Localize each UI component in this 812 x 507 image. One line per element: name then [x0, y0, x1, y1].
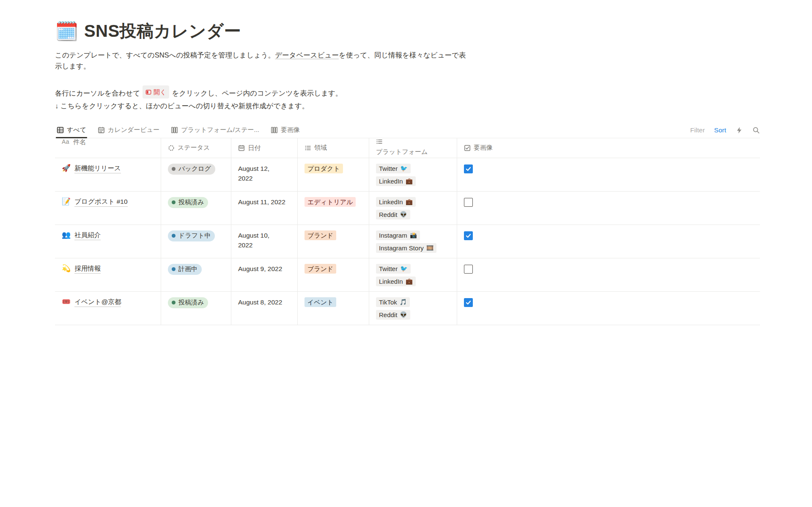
- platform-cell[interactable]: Twitter🐦 LinkedIn💼: [369, 158, 457, 191]
- title-cell[interactable]: 🎟️ イベント@京都: [55, 292, 161, 325]
- status-cell[interactable]: 投稿済み: [161, 292, 231, 325]
- platform-tag[interactable]: Twitter🐦: [376, 264, 411, 274]
- status-pill[interactable]: 計画中: [168, 264, 202, 275]
- bolt-icon[interactable]: [735, 126, 743, 134]
- platform-cell[interactable]: TikTok🎵 Reddit👽: [369, 292, 457, 325]
- image-required-checkbox[interactable]: [464, 164, 473, 173]
- row-title-link[interactable]: 社員紹介: [74, 230, 101, 240]
- tab-platform-status-view[interactable]: プラットフォーム/ステー...: [171, 123, 259, 138]
- date-cell[interactable]: August 12, 2022: [231, 158, 298, 191]
- intro-paragraph: このテンプレートで、すべてのSNSへの投稿予定を管理しましょう。データベースビュ…: [55, 49, 472, 71]
- platform-emoji: 🎞️: [426, 244, 433, 252]
- column-header-area[interactable]: 領域: [298, 138, 369, 158]
- search-icon[interactable]: [752, 126, 760, 134]
- row-title-link[interactable]: 採用情報: [74, 264, 101, 274]
- platform-emoji: 👽: [400, 310, 407, 319]
- platform-tag[interactable]: Reddit👽: [376, 310, 410, 320]
- page-icon[interactable]: 🗓️: [55, 22, 78, 41]
- status-pill[interactable]: ドラフト中: [168, 230, 215, 241]
- status-pill[interactable]: 投稿済み: [168, 297, 208, 308]
- status-cell[interactable]: 投稿済み: [161, 192, 231, 225]
- status-pill[interactable]: バックログ: [168, 164, 215, 175]
- view-toolbar: すべて カレンダービュー プラットフォーム/ステー... 要画像 Filter …: [55, 123, 760, 138]
- title-cell[interactable]: 👥 社員紹介: [55, 225, 161, 258]
- image-required-checkbox[interactable]: [464, 265, 473, 274]
- platform-cell[interactable]: Twitter🐦 LinkedIn💼: [369, 258, 457, 291]
- column-label: 要画像: [474, 144, 493, 152]
- area-cell[interactable]: ブランド: [298, 225, 369, 258]
- area-cell[interactable]: プロダクト: [298, 158, 369, 191]
- platform-label: LinkedIn: [379, 197, 403, 206]
- platform-emoji: 🐦: [400, 164, 407, 173]
- tab-all[interactable]: すべて: [57, 123, 86, 138]
- title-cell[interactable]: 🚀 新機能リリース: [55, 158, 161, 191]
- hint-views-line: ↓ こちらをクリックすると、ほかのビューへの切り替えや新規作成ができます。: [55, 100, 812, 112]
- date-cell[interactable]: August 9, 2022: [231, 258, 298, 291]
- database-view-link[interactable]: データベースビュー: [275, 51, 339, 59]
- date-cell[interactable]: August 8, 2022: [231, 292, 298, 325]
- column-header-date[interactable]: 日付: [231, 138, 298, 158]
- area-tag[interactable]: エディトリアル: [304, 197, 356, 207]
- tab-calendar-view[interactable]: カレンダービュー: [98, 123, 159, 138]
- platform-tag[interactable]: TikTok🎵: [376, 297, 410, 307]
- image-required-cell[interactable]: [457, 158, 760, 191]
- image-required-cell[interactable]: [457, 258, 760, 291]
- image-required-cell[interactable]: [457, 225, 760, 258]
- platform-tag[interactable]: LinkedIn💼: [376, 277, 416, 286]
- area-cell[interactable]: エディトリアル: [298, 192, 369, 225]
- title-icon: Aa: [62, 138, 69, 145]
- column-header-platform[interactable]: プラットフォーム: [369, 138, 457, 158]
- column-label: プラットフォーム: [376, 148, 428, 156]
- platform-tag[interactable]: LinkedIn💼: [376, 197, 416, 207]
- area-tag[interactable]: ブランド: [304, 264, 336, 274]
- date-cell[interactable]: August 11, 2022: [231, 192, 298, 225]
- title-cell[interactable]: 💫 採用情報: [55, 258, 161, 291]
- platform-cell[interactable]: LinkedIn💼 Reddit👽: [369, 192, 457, 225]
- status-dot: [172, 267, 176, 271]
- status-label: 計画中: [178, 265, 198, 273]
- status-label: バックログ: [178, 165, 211, 173]
- image-required-checkbox[interactable]: [464, 198, 473, 207]
- area-cell[interactable]: イベント: [298, 292, 369, 325]
- sort-button[interactable]: Sort: [714, 126, 726, 134]
- platform-emoji: 💼: [406, 277, 413, 286]
- row-emoji: 🚀: [62, 164, 71, 173]
- status-cell[interactable]: バックログ: [161, 158, 231, 191]
- platform-tag[interactable]: Reddit👽: [376, 210, 410, 219]
- filter-button[interactable]: Filter: [690, 126, 705, 134]
- row-title-link[interactable]: ブログポスト #10: [74, 197, 127, 207]
- multi-select-icon: [376, 138, 383, 145]
- tab-label: 要画像: [281, 126, 300, 134]
- column-header-status[interactable]: ステータス: [161, 138, 231, 158]
- date-cell[interactable]: August 10, 2022: [231, 225, 298, 258]
- platform-tag[interactable]: Twitter🐦: [376, 164, 411, 173]
- platform-tag[interactable]: Instagram📸: [376, 230, 420, 240]
- image-required-cell[interactable]: [457, 192, 760, 225]
- table-view-icon: [57, 126, 64, 134]
- image-required-checkbox[interactable]: [464, 231, 473, 240]
- column-label: 日付: [248, 143, 261, 153]
- area-tag[interactable]: イベント: [304, 297, 336, 307]
- status-dot: [172, 200, 176, 204]
- platform-tag[interactable]: Instagram Story🎞️: [376, 243, 436, 253]
- intro-text-before: このテンプレートで、すべてのSNSへの投稿予定を管理しましょう。: [55, 51, 275, 59]
- status-pill[interactable]: 投稿済み: [168, 197, 208, 208]
- area-tag[interactable]: プロダクト: [304, 164, 343, 173]
- platform-tag[interactable]: LinkedIn💼: [376, 176, 416, 186]
- image-required-checkbox[interactable]: [464, 298, 473, 307]
- platform-cell[interactable]: Instagram📸 Instagram Story🎞️: [369, 225, 457, 258]
- hint-open-row: 各行にカーソルを合わせて開くをクリックし、ページ内のコンテンツを表示します。: [55, 85, 812, 99]
- row-title-link[interactable]: イベント@京都: [74, 297, 121, 307]
- status-cell[interactable]: ドラフト中: [161, 225, 231, 258]
- platform-emoji: 💼: [406, 177, 413, 186]
- image-required-cell[interactable]: [457, 292, 760, 325]
- board-view-icon: [171, 126, 178, 134]
- title-cell[interactable]: 📝 ブログポスト #10: [55, 192, 161, 225]
- area-cell[interactable]: ブランド: [298, 258, 369, 291]
- tab-image-required-view[interactable]: 要画像: [271, 123, 300, 138]
- status-cell[interactable]: 計画中: [161, 258, 231, 291]
- area-tag[interactable]: ブランド: [304, 230, 336, 240]
- column-header-title[interactable]: Aa 件名: [55, 138, 161, 158]
- column-header-image-required[interactable]: 要画像: [457, 138, 760, 158]
- row-title-link[interactable]: 新機能リリース: [74, 164, 121, 173]
